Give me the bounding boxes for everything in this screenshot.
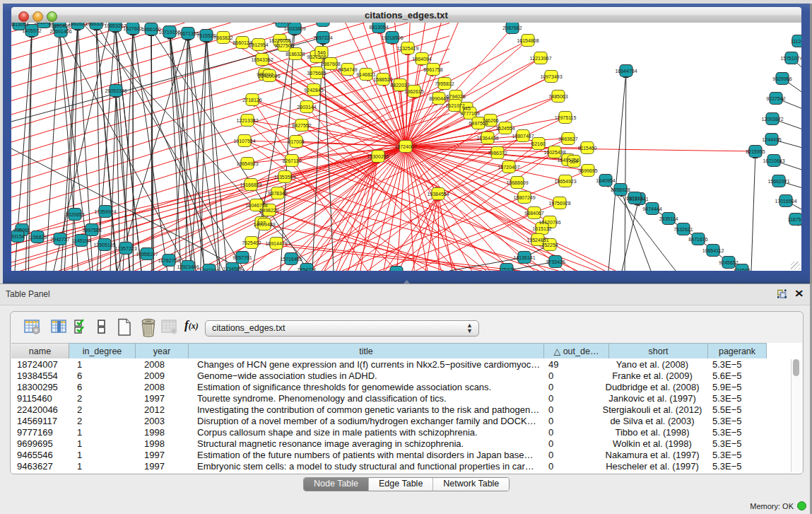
svg-text:9245652: 9245652 [719,260,738,265]
svg-text:16154808: 16154808 [517,38,539,43]
svg-text:9327508: 9327508 [307,54,326,59]
svg-text:9463627: 9463627 [558,136,577,141]
svg-text:1156829: 1156829 [28,235,47,240]
svg-text:39154: 39154 [11,234,25,239]
svg-text:18724007: 18724007 [394,144,416,149]
svg-text:19654923: 19654923 [236,161,258,166]
svg-text:8427552: 8427552 [292,123,311,128]
svg-text:15300295: 15300295 [367,154,389,159]
svg-text:7986372: 7986372 [488,151,507,156]
svg-text:14136141: 14136141 [513,255,535,260]
svg-text:19218506: 19218506 [381,35,403,40]
svg-text:11353594: 11353594 [274,175,296,180]
svg-text:1234567: 1234567 [223,267,242,271]
svg-text:9329966: 9329966 [772,76,792,81]
svg-text:8912954: 8912954 [249,42,268,47]
svg-text:2803144: 2803144 [297,105,316,110]
svg-text:8813054: 8813054 [369,25,388,30]
svg-text:16120746: 16120746 [539,220,560,225]
svg-text:1864094: 1864094 [412,57,431,62]
svg-text:12213967: 12213967 [529,56,551,61]
svg-text:968574: 968574 [388,270,404,271]
svg-text:252254: 252254 [541,243,558,247]
svg-text:8878342: 8878342 [268,191,287,196]
svg-text:924565: 924565 [734,268,750,271]
svg-text:29053346: 29053346 [105,88,126,93]
svg-text:12213382: 12213382 [236,118,258,123]
svg-text:8454749: 8454749 [338,67,357,72]
svg-text:15716485: 15716485 [280,257,302,262]
svg-text:16914479: 16914479 [265,241,287,246]
svg-text:6961758: 6961758 [423,67,442,72]
svg-text:2935114: 2935114 [659,216,678,221]
svg-text:17357223: 17357223 [114,246,136,251]
svg-text:8186328: 8186328 [286,52,305,57]
svg-text:15720407: 15720407 [498,165,519,170]
svg-text:9699695: 9699695 [578,168,597,173]
svg-text:20691406: 20691406 [48,23,70,28]
svg-text:16046758: 16046758 [245,203,267,208]
svg-text:3624554: 3624554 [495,126,514,131]
svg-text:9327506: 9327506 [274,43,293,48]
svg-text:12923446: 12923446 [177,264,199,269]
svg-text:10654112: 10654112 [702,248,724,253]
svg-text:175326: 175326 [498,267,514,271]
svg-text:18807249: 18807249 [513,195,535,200]
svg-text:17359924: 17359924 [94,209,116,214]
svg-text:1145194: 1145194 [72,238,91,243]
svg-text:17016504: 17016504 [775,199,796,204]
svg-text:12975115: 12975115 [555,115,577,120]
svg-text:15751074: 15751074 [780,56,801,61]
svg-text:13524851: 13524851 [526,238,548,243]
svg-text:10107554: 10107554 [233,139,255,144]
svg-text:19166829: 19166829 [240,182,261,187]
svg-text:16543362: 16543362 [251,57,273,62]
svg-text:62160: 62160 [531,141,546,146]
svg-text:1527602: 1527602 [123,26,142,31]
svg-text:3875685: 3875685 [307,71,326,76]
svg-text:19654923: 19654923 [554,179,576,184]
svg-text:19756928: 19756928 [548,201,570,206]
svg-text:1362615: 1362615 [404,89,423,94]
svg-text:9884067: 9884067 [524,211,543,216]
svg-text:7654321: 7654321 [297,267,316,271]
svg-text:5498222: 5498222 [259,208,278,213]
svg-text:7663822: 7663822 [213,35,233,40]
svg-text:687213: 687213 [626,196,642,201]
svg-text:8813054: 8813054 [11,23,29,27]
svg-text:10807487: 10807487 [512,134,534,139]
svg-text:16782759: 16782759 [158,258,180,263]
svg-text:1405572: 1405572 [22,28,41,33]
svg-text:7955812: 7955812 [435,81,454,86]
svg-text:9777169: 9777169 [460,111,479,116]
svg-text:1244415: 1244415 [762,137,781,142]
svg-text:8215955: 8215955 [746,149,765,154]
svg-text:16210643: 16210643 [763,158,784,163]
svg-text:14099489: 14099489 [253,222,275,227]
svg-text:15692971: 15692971 [767,179,789,184]
svg-text:8267110: 8267110 [283,158,302,163]
svg-text:3997588: 3997588 [82,228,101,233]
svg-text:9474444: 9474444 [642,206,661,211]
svg-text:16033809: 16033809 [283,26,305,31]
svg-text:2718126: 2718126 [242,98,261,103]
svg-text:16644784: 16644784 [615,69,637,74]
svg-text:10958107: 10958107 [136,252,158,257]
svg-text:7857224: 7857224 [313,35,332,40]
svg-text:10688609: 10688609 [506,180,528,185]
svg-text:12093872: 12093872 [761,117,783,122]
svg-text:945: 945 [462,106,471,111]
svg-text:9227542: 9227542 [766,96,785,101]
svg-text:1588520: 1588520 [373,77,392,82]
svg-text:1096175: 1096175 [272,23,291,24]
svg-text:9115460: 9115460 [578,146,597,151]
svg-text:8822037: 8822037 [390,83,409,88]
svg-text:2942737: 2942737 [50,237,69,242]
svg-text:7485063: 7485063 [548,94,567,99]
svg-text:11325419: 11325419 [397,46,419,51]
svg-text:111245: 111245 [791,39,801,44]
svg-text:917004: 917004 [288,139,304,144]
svg-text:6794028: 6794028 [446,94,465,99]
svg-text:10025438: 10025438 [543,150,565,155]
svg-text:116753: 116753 [788,217,801,222]
